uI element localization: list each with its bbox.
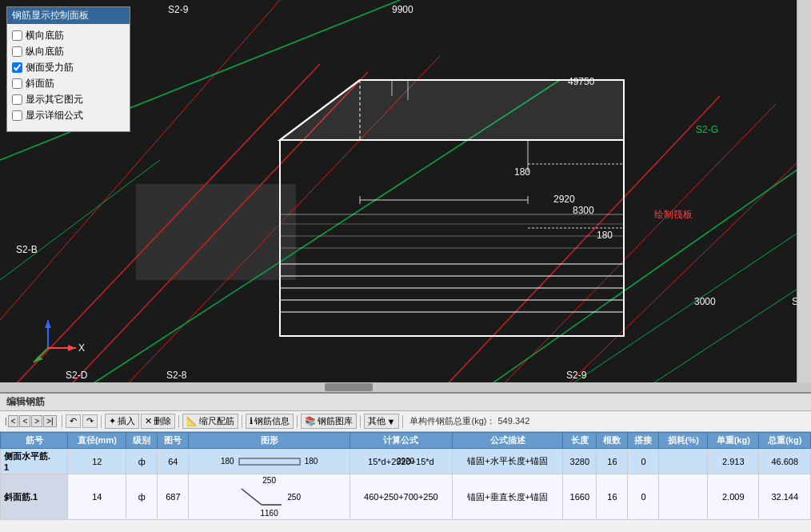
dim-s2-b: S2-B — [16, 244, 38, 255]
checkbox-other-label: 显示其它图元 — [26, 93, 83, 106]
dim-s2-d: S2-D — [66, 370, 87, 381]
sep6 — [360, 415, 361, 428]
dim-s2-9-bottom: S2-9 — [566, 370, 586, 381]
weight-label-text: 单构件钢筋总重(kg)： — [409, 416, 495, 426]
sep3 — [178, 415, 179, 428]
col-count: 根数 — [597, 433, 628, 449]
weight-value: 549.342 — [497, 416, 529, 426]
checkbox-ce-input[interactable] — [12, 62, 22, 73]
main-container: S2-9 9900 49750 S2-G S2-B S2 180 2920 83… — [0, 0, 811, 532]
nav-separator: | — [5, 417, 7, 426]
dim-8300: 8300 — [573, 205, 594, 216]
checkbox-zong-input[interactable] — [12, 46, 22, 57]
checkbox-detail-label: 显示详细公式 — [26, 109, 83, 122]
nav-first[interactable]: < — [8, 415, 19, 427]
cell-grade-1: ф — [126, 449, 158, 474]
cell-count-1: 16 — [597, 449, 628, 474]
dropdown-icon: ▼ — [387, 417, 396, 426]
cell-overlap-1: 0 — [628, 449, 659, 474]
viewport-scrollbar[interactable] — [0, 382, 811, 392]
scroll-thumb[interactable] — [325, 383, 373, 391]
col-shape: 图形 — [189, 433, 350, 449]
checkbox-other[interactable]: 显示其它图元 — [12, 93, 125, 106]
cell-id-2: 斜面筋.1 — [1, 474, 68, 520]
sep7 — [402, 415, 403, 428]
col-grade: 级别 — [126, 433, 158, 449]
checkbox-heng-input[interactable] — [12, 30, 22, 41]
col-diameter: 直径(mm) — [68, 433, 126, 449]
checkbox-zong[interactable]: 纵向底筋 — [12, 45, 125, 58]
insert-button[interactable]: ✦ 插入 — [105, 414, 139, 429]
checkbox-zong-label: 纵向底筋 — [26, 45, 64, 58]
nav-last[interactable]: >| — [43, 415, 56, 427]
checkbox-other-input[interactable] — [12, 94, 22, 105]
total-weight-label: 单构件钢筋总重(kg)： 549.342 — [406, 415, 533, 427]
checkbox-xie[interactable]: 斜面筋 — [12, 77, 125, 90]
col-total-weight: 总重(kg) — [759, 433, 811, 449]
toolbar-row: | < < > >| ↶ ↷ ✦ 插入 ✕ 删除 — [0, 411, 811, 432]
col-loss: 损耗(%) — [659, 433, 708, 449]
cell-shape-2: 250 250 1160 — [189, 474, 350, 520]
sep5 — [297, 415, 298, 428]
library-icon: 📚 — [305, 416, 316, 426]
cell-drawing-2: 687 — [158, 474, 189, 520]
dim-3000: 3000 — [694, 296, 716, 307]
sep4 — [242, 415, 242, 428]
right-sidebar — [797, 0, 811, 392]
checkbox-detail-input[interactable] — [12, 110, 22, 121]
checkbox-xie-input[interactable] — [12, 78, 22, 89]
nav-next[interactable]: > — [31, 415, 42, 427]
cell-total-2: 32.144 — [759, 474, 811, 520]
dim-s2-g: S2-G — [696, 124, 718, 135]
dim-180-bottom: 180 — [597, 230, 613, 241]
checkbox-heng[interactable]: 横向底筋 — [12, 29, 125, 42]
dim-draw-raft: 绘制筏板 — [654, 208, 693, 222]
other-label: 其他 — [368, 415, 386, 427]
checkbox-ce-label: 侧面受力筋 — [26, 61, 74, 74]
cad-viewport: S2-9 9900 49750 S2-G S2-B S2 180 2920 83… — [0, 0, 811, 392]
col-unit-weight: 单重(kg) — [708, 433, 759, 449]
dim-2920: 2920 — [553, 194, 575, 205]
cell-grade-2: ф — [126, 474, 158, 520]
cell-count-2: 16 — [597, 474, 628, 520]
other-button[interactable]: 其他 ▼ — [364, 414, 400, 429]
library-button[interactable]: 📚 钢筋图库 — [301, 414, 357, 429]
cell-desc-1: 锚固+水平长度+锚固 — [452, 449, 562, 474]
dim-s2-9-top: S2-9 — [168, 4, 188, 15]
redo-button[interactable]: ↷ — [82, 414, 98, 428]
cell-drawing-1: 64 — [158, 449, 189, 474]
rebar-data-table: 筋号 直径(mm) 级别 图号 图形 计算公式 公式描述 长度 根数 搭接 损耗… — [0, 432, 811, 520]
col-id: 筋号 — [1, 433, 68, 449]
cell-id-1: 侧面水平筋.1 — [1, 449, 68, 474]
dim-180-top: 180 — [514, 166, 530, 178]
library-label: 钢筋图库 — [318, 415, 353, 427]
cell-diam-1: 12 — [68, 449, 126, 474]
col-formula: 计算公式 — [350, 433, 452, 449]
checkbox-ce[interactable]: 侧面受力筋 — [12, 61, 125, 74]
table-row: 侧面水平筋.1 12 ф 64 180 2920 180 — [1, 449, 811, 474]
insert-icon: ✦ — [109, 416, 116, 426]
bottom-area: 编辑钢筋 | < < > >| ↶ ↷ ✦ 插入 — [0, 392, 811, 532]
cell-length-2: 1660 — [563, 474, 597, 520]
delete-button[interactable]: ✕ 删除 — [141, 414, 175, 429]
edit-header: 编辑钢筋 — [0, 394, 811, 411]
delete-label: 删除 — [154, 415, 171, 427]
cell-total-1: 46.608 — [759, 449, 811, 474]
col-length: 长度 — [563, 433, 597, 449]
nav-prev[interactable]: < — [19, 415, 30, 427]
cell-length-1: 3280 — [563, 449, 597, 474]
coord-x: X — [78, 342, 85, 354]
col-desc: 公式描述 — [452, 433, 562, 449]
scale-icon: 📐 — [186, 416, 198, 426]
dim-9900: 9900 — [392, 4, 413, 15]
cell-loss-2 — [659, 474, 708, 520]
table-header-row: 筋号 直径(mm) 级别 图号 图形 计算公式 公式描述 长度 根数 搭接 损耗… — [1, 433, 811, 449]
scale-button[interactable]: 📐 缩尺配筋 — [182, 414, 238, 429]
table-row: 斜面筋.1 14 ф 687 250 — [1, 474, 811, 520]
cell-overlap-2: 0 — [628, 474, 659, 520]
svg-rect-46 — [239, 458, 300, 465]
undo-button[interactable]: ↶ — [66, 414, 81, 428]
info-button[interactable]: ℹ 钢筋信息 — [246, 414, 294, 429]
delete-icon: ✕ — [145, 416, 152, 426]
checkbox-detail[interactable]: 显示详细公式 — [12, 109, 125, 122]
